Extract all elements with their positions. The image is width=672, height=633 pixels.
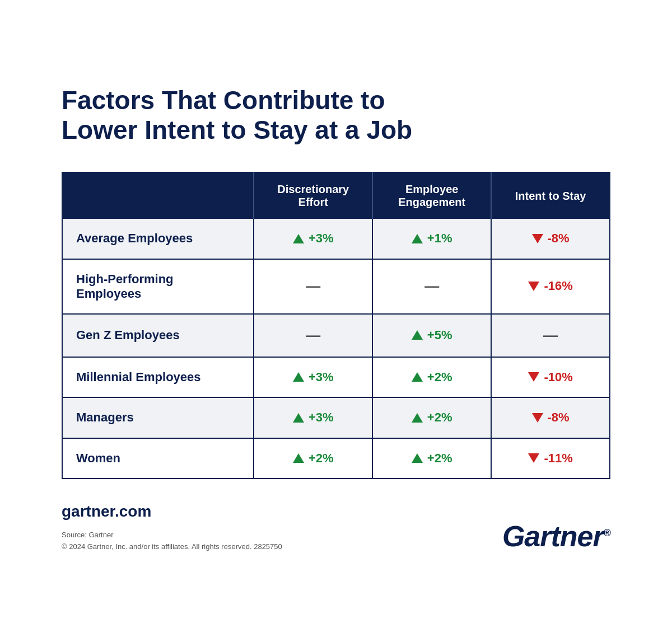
table-row: Average Employees+3%+1%-8% — [62, 219, 610, 259]
up-arrow-icon — [293, 234, 304, 243]
col-header-intent: Intent to Stay — [491, 172, 610, 219]
positive-value: +3% — [309, 410, 334, 425]
dash-value: — — [306, 327, 320, 344]
down-arrow-icon — [532, 413, 543, 423]
cell-discretionary: — — [254, 314, 372, 357]
cell-discretionary: +3% — [254, 357, 372, 398]
cell-value: +3% — [293, 231, 334, 246]
gartner-url: gartner.com — [62, 503, 282, 521]
positive-value: +5% — [427, 328, 452, 343]
cell-value: -11% — [528, 451, 572, 466]
cell-intent: -16% — [491, 259, 610, 314]
cell-value: -10% — [528, 370, 572, 385]
row-label: Millennial Employees — [62, 357, 254, 398]
row-label: High-PerformingEmployees — [62, 259, 254, 314]
row-label: Managers — [62, 397, 254, 438]
up-arrow-icon — [412, 372, 423, 382]
up-arrow-icon — [412, 413, 423, 423]
col-header-label — [62, 172, 254, 219]
cell-value: +3% — [293, 410, 334, 425]
col-header-discretionary: DiscretionaryEffort — [254, 172, 372, 219]
cell-intent: -8% — [491, 397, 610, 438]
cell-engagement: +1% — [372, 219, 491, 259]
negative-value: -10% — [544, 370, 572, 385]
down-arrow-icon — [528, 453, 539, 463]
cell-value: +2% — [412, 370, 452, 385]
table-row: High-PerformingEmployees——-16% — [62, 259, 610, 314]
cell-engagement: — — [372, 259, 491, 314]
cell-intent: -8% — [491, 219, 610, 259]
source-text: Source: Gartner © 2024 Gartner, Inc. and… — [62, 529, 282, 553]
positive-value: +1% — [427, 231, 452, 246]
table-row: Women+2%+2%-11% — [62, 438, 610, 479]
cell-intent: — — [491, 314, 610, 357]
data-table: DiscretionaryEffort EmployeeEngagement I… — [62, 172, 610, 479]
cell-value: +1% — [412, 231, 452, 246]
up-arrow-icon — [293, 453, 304, 463]
card: Factors That Contribute to Lower Intent … — [28, 52, 644, 580]
positive-value: +2% — [427, 370, 452, 385]
cell-discretionary: +3% — [254, 397, 372, 438]
down-arrow-icon — [528, 372, 539, 382]
up-arrow-icon — [293, 413, 304, 423]
cell-value: -8% — [532, 231, 570, 246]
positive-value: +3% — [309, 231, 334, 246]
up-arrow-icon — [412, 330, 423, 340]
positive-value: +2% — [309, 451, 334, 466]
cell-engagement: +2% — [372, 438, 491, 479]
dash-value: — — [424, 278, 439, 294]
row-label: Gen Z Employees — [62, 314, 254, 357]
negative-value: -8% — [548, 231, 570, 246]
down-arrow-icon — [532, 234, 543, 243]
cell-intent: -11% — [491, 438, 610, 479]
positive-value: +2% — [427, 451, 452, 466]
cell-value: +5% — [412, 328, 452, 343]
table-row: Managers+3%+2%-8% — [62, 397, 610, 438]
dash-value: — — [543, 327, 558, 344]
footer-left: gartner.com Source: Gartner © 2024 Gartn… — [62, 503, 282, 553]
up-arrow-icon — [412, 453, 423, 463]
cell-value: +2% — [412, 451, 452, 466]
table-row: Gen Z Employees—+5%— — [62, 314, 610, 357]
cell-discretionary: +2% — [254, 438, 372, 479]
cell-discretionary: — — [254, 259, 372, 314]
footer: gartner.com Source: Gartner © 2024 Gartn… — [62, 503, 610, 553]
cell-value: -8% — [532, 410, 570, 425]
cell-engagement: +5% — [372, 314, 491, 357]
cell-engagement: +2% — [372, 397, 491, 438]
table-row: Millennial Employees+3%+2%-10% — [62, 357, 610, 398]
positive-value: +2% — [427, 410, 452, 425]
cell-intent: -10% — [491, 357, 610, 398]
down-arrow-icon — [528, 282, 539, 291]
row-label: Women — [62, 438, 254, 479]
negative-value: -8% — [548, 410, 570, 425]
up-arrow-icon — [412, 234, 423, 243]
negative-value: -11% — [544, 451, 572, 466]
cell-engagement: +2% — [372, 357, 491, 398]
negative-value: -16% — [544, 279, 572, 293]
up-arrow-icon — [293, 372, 304, 382]
gartner-logo: Gartner® — [502, 519, 610, 553]
col-header-engagement: EmployeeEngagement — [372, 172, 491, 219]
row-label: Average Employees — [62, 219, 254, 259]
cell-value: +3% — [293, 370, 334, 385]
positive-value: +3% — [309, 370, 334, 385]
page-title: Factors That Contribute to Lower Intent … — [62, 86, 454, 145]
cell-value: +2% — [412, 410, 452, 425]
cell-value: +2% — [293, 451, 334, 466]
dash-value: — — [306, 278, 320, 294]
cell-value: -16% — [528, 279, 572, 293]
cell-discretionary: +3% — [254, 219, 372, 259]
